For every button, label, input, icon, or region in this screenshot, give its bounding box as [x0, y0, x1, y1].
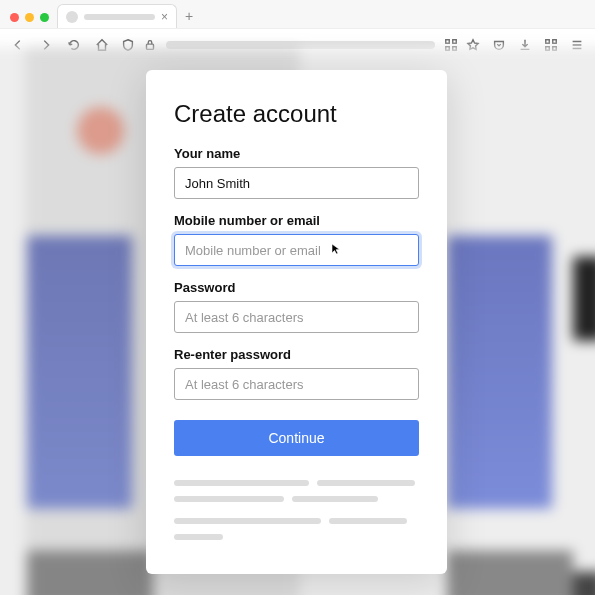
close-window-icon[interactable] — [10, 13, 19, 22]
window-controls — [6, 13, 57, 28]
continue-button[interactable]: Continue — [174, 420, 419, 456]
password-input[interactable] — [174, 301, 419, 333]
contact-field: Mobile number or email — [174, 213, 419, 266]
contact-input[interactable] — [174, 234, 419, 266]
browser-tab[interactable]: × — [57, 4, 177, 28]
maximize-window-icon[interactable] — [40, 13, 49, 22]
svg-rect-5 — [546, 39, 550, 43]
contact-label: Mobile number or email — [174, 213, 419, 228]
reenter-label: Re-enter password — [174, 347, 419, 362]
password-field: Password — [174, 280, 419, 333]
tab-title — [84, 14, 155, 20]
favicon-icon — [66, 11, 78, 23]
close-tab-icon[interactable]: × — [161, 10, 168, 24]
password-label: Password — [174, 280, 419, 295]
name-label: Your name — [174, 146, 419, 161]
modal-title: Create account — [174, 100, 419, 128]
reenter-input[interactable] — [174, 368, 419, 400]
create-account-modal: Create account Your name Mobile number o… — [146, 70, 447, 574]
name-input[interactable] — [174, 167, 419, 199]
svg-rect-1 — [446, 39, 450, 43]
svg-rect-2 — [453, 39, 457, 43]
tab-strip: × + — [0, 0, 595, 28]
terms-text-placeholder — [174, 480, 419, 540]
reenter-field: Re-enter password — [174, 347, 419, 400]
svg-rect-6 — [553, 39, 557, 43]
new-tab-button[interactable]: + — [177, 8, 201, 28]
name-field: Your name — [174, 146, 419, 199]
minimize-window-icon[interactable] — [25, 13, 34, 22]
